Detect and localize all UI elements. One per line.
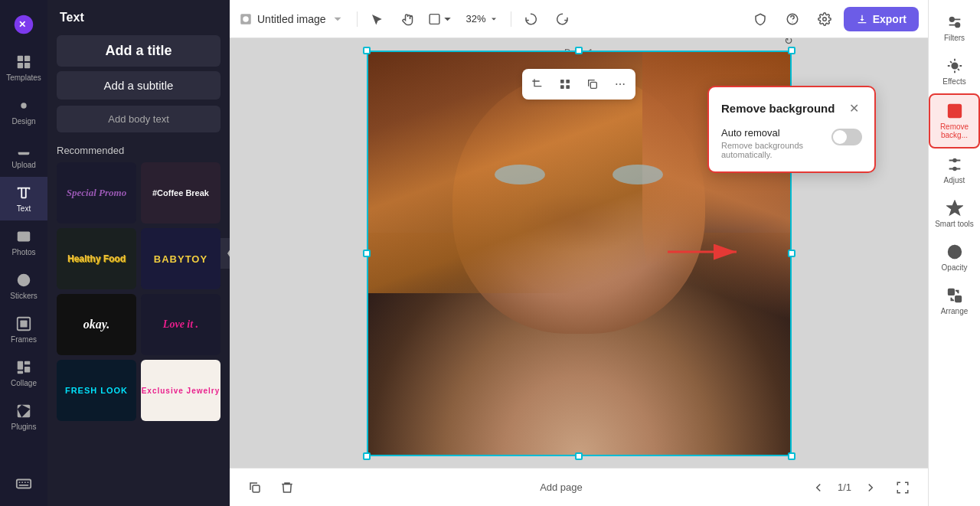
sidebar-item-upload[interactable]: Upload (0, 133, 47, 177)
grid-button[interactable] (553, 72, 577, 96)
popup-header: Remove background ✕ (721, 100, 862, 116)
auto-removal-desc: Remove backgrounds automatically. (721, 141, 825, 159)
right-sidebar-item-effects[interactable]: Effects (929, 50, 980, 93)
sidebar-item-design-label: Design (11, 117, 35, 126)
auto-removal-row: Auto removal Remove backgrounds automati… (721, 127, 862, 159)
svg-point-42 (953, 168, 956, 171)
frame-size-button[interactable] (428, 6, 454, 32)
zoom-control[interactable]: 32% (460, 10, 505, 28)
template-card-fresh-look[interactable]: FRESH LOOK (57, 360, 136, 421)
template-card-exclusive-jewelry[interactable]: Exclusive Jewelry (141, 360, 220, 421)
sidebar-item-frames-label: Frames (11, 335, 37, 344)
add-body-button[interactable]: Add body text (57, 106, 220, 132)
add-subtitle-button[interactable]: Add a subtitle (57, 71, 220, 100)
sidebar-item-stickers[interactable]: Stickers (0, 264, 47, 308)
right-sidebar-item-adjust[interactable]: Adjust (929, 149, 980, 192)
page-nav-prev-button[interactable] (805, 475, 831, 501)
svg-point-9 (18, 274, 31, 287)
popup-close-button[interactable]: ✕ (845, 100, 862, 116)
sidebar-item-photos[interactable]: Photos (0, 220, 47, 264)
svg-point-37 (949, 18, 954, 21)
hand-tool-button[interactable] (396, 6, 422, 32)
handle-middle-right[interactable] (788, 250, 795, 257)
template-card-special-promo[interactable]: Special Promo (57, 162, 136, 224)
add-title-button[interactable]: Add a title (57, 35, 220, 67)
top-toolbar: Untitled image 32% (230, 0, 928, 38)
rotate-handle[interactable]: ↻ (782, 38, 795, 47)
fullscreen-button[interactable] (890, 475, 916, 501)
handle-bottom-middle[interactable] (575, 452, 583, 460)
sidebar-item-templates[interactable]: Templates (0, 46, 47, 90)
undo-button[interactable] (518, 6, 544, 32)
svg-point-32 (616, 83, 617, 85)
export-button[interactable]: Export (844, 7, 919, 31)
pointer-tool-button[interactable] (364, 6, 390, 32)
template-card-love-it[interactable]: Love it . (141, 294, 220, 355)
template-label-okay: okay. (83, 318, 110, 331)
right-sidebar-item-arrange[interactable]: Arrange (929, 279, 980, 323)
settings-button[interactable] (812, 6, 838, 32)
sidebar-item-text[interactable]: Text (0, 177, 47, 220)
canva-logo[interactable]: ✕ (11, 12, 36, 37)
right-sidebar-item-remove-bg[interactable]: Remove backg... (929, 93, 980, 149)
template-label-healthy-food: Healthy Food (67, 253, 126, 264)
template-card-healthy-food[interactable]: Healthy Food (57, 228, 136, 289)
handle-bottom-right[interactable] (788, 452, 795, 460)
auto-removal-label: Auto removal (721, 127, 825, 139)
right-sidebar-item-opacity[interactable]: Opacity (929, 236, 980, 279)
template-card-coffee-break[interactable]: #Coffee Break (141, 162, 220, 224)
right-sidebar-item-smart-tools[interactable]: Smart tools (929, 192, 980, 236)
svg-point-26 (822, 17, 826, 21)
svg-rect-45 (955, 296, 960, 302)
right-sidebar-arrange-label: Arrange (941, 307, 969, 315)
document-title-button[interactable]: Untitled image (239, 12, 345, 26)
duplicate-page-button[interactable] (242, 475, 268, 501)
add-page-button[interactable]: Add page (515, 477, 590, 498)
canvas-container[interactable]: Page 1 (230, 38, 928, 468)
shield-button[interactable] (747, 6, 773, 32)
sidebar-item-text-label: Text (17, 204, 31, 213)
svg-rect-17 (18, 371, 23, 374)
template-card-babytoy[interactable]: BABYTOY (141, 228, 220, 289)
svg-point-38 (955, 23, 959, 27)
template-card-okay[interactable]: okay. (57, 294, 136, 355)
crop-button[interactable] (525, 72, 550, 96)
text-panel-header: Text (47, 0, 230, 32)
sidebar-item-design[interactable]: Design (0, 90, 47, 133)
sidebar-item-collage[interactable]: Collage (0, 351, 47, 395)
template-label-exclusive-jewelry: Exclusive Jewelry (142, 387, 220, 395)
handle-top-middle[interactable] (575, 47, 583, 54)
more-options-button[interactable] (608, 72, 632, 96)
handle-top-left[interactable] (363, 47, 371, 54)
toolbar-separator-1 (357, 11, 358, 27)
sidebar-item-frames[interactable]: Frames (0, 308, 47, 351)
svg-rect-29 (560, 85, 564, 89)
right-sidebar-item-filters[interactable]: Filters (929, 6, 980, 50)
help-button[interactable] (779, 6, 805, 32)
svg-rect-44 (948, 289, 953, 295)
svg-rect-5 (24, 63, 30, 68)
panel-collapse-button[interactable] (220, 238, 230, 269)
svg-point-11 (25, 278, 27, 279)
copy-button[interactable] (580, 72, 605, 96)
handle-top-right[interactable] (788, 47, 795, 54)
svg-point-8 (20, 233, 23, 237)
svg-rect-36 (253, 485, 260, 492)
auto-removal-text: Auto removal Remove backgrounds automati… (721, 127, 825, 159)
page-indicator: 1/1 (838, 482, 851, 493)
right-sidebar-adjust-label: Adjust (944, 176, 965, 184)
sidebar-item-more[interactable] (0, 468, 47, 500)
handle-bottom-left[interactable] (363, 452, 371, 460)
sidebar-item-plugins[interactable]: Plugins (0, 395, 47, 439)
delete-page-button[interactable] (274, 475, 300, 501)
page-nav-next-button[interactable] (858, 475, 884, 501)
sidebar-item-upload-label: Upload (11, 161, 36, 169)
auto-removal-toggle[interactable] (831, 129, 862, 145)
svg-rect-2 (18, 56, 23, 61)
handle-middle-left[interactable] (363, 250, 371, 257)
text-panel: Text Add a title Add a subtitle Add body… (47, 0, 230, 506)
svg-rect-16 (24, 367, 30, 372)
template-grid: Special Promo #Coffee Break Healthy Food… (47, 162, 230, 430)
redo-button[interactable] (550, 6, 576, 32)
right-sidebar-smart-label: Smart tools (935, 220, 974, 228)
